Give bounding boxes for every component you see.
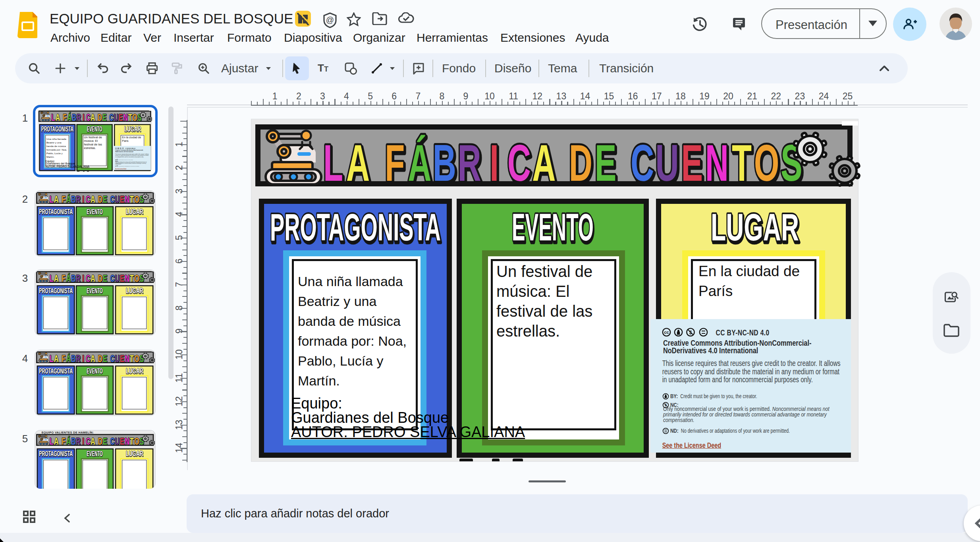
svg-text:LAFÁBRICADECUENTOS: LAFÁBRICADECUENTOS: [50, 353, 144, 364]
svg-text:PROTAGONISTA: PROTAGONISTA: [39, 367, 73, 375]
svg-text:T: T: [324, 65, 328, 73]
svg-text:PROTAGONISTA: PROTAGONISTA: [39, 450, 73, 458]
svg-text:EVENTO: EVENTO: [87, 450, 103, 458]
svg-text:LUGAR: LUGAR: [126, 367, 143, 375]
svg-text:T: T: [318, 62, 324, 74]
svg-text:LAFÁBRICADECUENTOS: LAFÁBRICADECUENTOS: [50, 436, 144, 447]
svg-text:EVENTO: EVENTO: [87, 286, 103, 295]
svg-text:LAFÁBRICADECUENTOS: LAFÁBRICADECUENTOS: [51, 112, 141, 123]
svg-text:EVENTO: EVENTO: [512, 205, 594, 249]
svg-text:LUGAR: LUGAR: [711, 205, 799, 249]
svg-text:LUGAR: LUGAR: [126, 207, 143, 216]
svg-text:PROTAGONISTA: PROTAGONISTA: [39, 207, 73, 216]
svg-text:EVENTO: EVENTO: [87, 367, 103, 375]
svg-text:LAFÁBRICADECUENTOS: LAFÁBRICADECUENTOS: [50, 273, 144, 284]
svg-text:LUGAR: LUGAR: [126, 450, 143, 458]
svg-text:EVENTO: EVENTO: [87, 207, 103, 216]
svg-text:PROTAGONISTA: PROTAGONISTA: [39, 286, 73, 295]
svg-text:EVENTO: EVENTO: [87, 126, 102, 134]
svg-text:LAFÁBRICADECUENTOS: LAFÁBRICADECUENTOS: [323, 134, 803, 192]
svg-text:PROTAGONISTA: PROTAGONISTA: [41, 126, 73, 134]
svg-text:LUGAR: LUGAR: [126, 286, 143, 295]
svg-text:PROTAGONISTA: PROTAGONISTA: [270, 205, 441, 249]
svg-text:LAFÁBRICADECUENTOS: LAFÁBRICADECUENTOS: [50, 194, 144, 205]
svg-text:@: @: [326, 15, 334, 24]
svg-text:LUGAR: LUGAR: [124, 126, 141, 134]
